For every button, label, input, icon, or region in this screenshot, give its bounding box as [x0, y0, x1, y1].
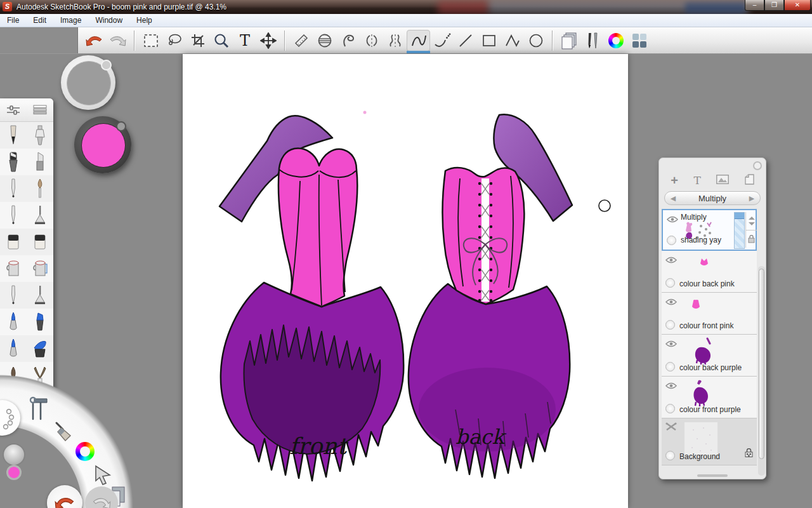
- layers-scrollbar-thumb[interactable]: [759, 269, 764, 459]
- brush-ballpoint-pen[interactable]: [0, 175, 27, 202]
- layer-lock-icon[interactable]: [746, 231, 757, 248]
- ellipse-icon[interactable]: [524, 30, 547, 51]
- blend-mode-selector[interactable]: ◀ Multiply ▶: [664, 191, 761, 205]
- layer-radio[interactable]: [665, 404, 675, 413]
- lagoon-corner-shortcuts: [0, 356, 152, 508]
- visibility-hidden-icon[interactable]: [665, 422, 677, 434]
- visibility-eye-icon[interactable]: [667, 214, 678, 225]
- layers-scrollbar[interactable]: [758, 266, 765, 476]
- drawing-canvas[interactable]: front back: [183, 54, 628, 508]
- visibility-eye-icon[interactable]: [665, 338, 677, 350]
- layer-name: Background: [679, 452, 720, 461]
- layer-radio[interactable]: [665, 451, 675, 460]
- ellipse-guide-icon[interactable]: [313, 30, 336, 51]
- layer-radio[interactable]: [665, 278, 675, 288]
- symmetry-y-icon[interactable]: [383, 30, 407, 51]
- cursor-select-icon[interactable]: [93, 465, 113, 488]
- layer-name: colour front purple: [679, 405, 741, 414]
- layer-radio[interactable]: [665, 320, 675, 330]
- lasso-select-icon[interactable]: [162, 30, 186, 51]
- rectangle-icon[interactable]: [477, 30, 501, 51]
- curve-dots-icon[interactable]: [430, 30, 454, 51]
- layer-row-shading-yay[interactable]: Multiply shading yay: [662, 209, 757, 251]
- menu-edit[interactable]: Edit: [26, 14, 53, 27]
- menu-help[interactable]: Help: [129, 14, 159, 27]
- layer-row-colour-back-purple[interactable]: colour back purple: [662, 335, 757, 377]
- brush-list-icon[interactable]: [27, 98, 53, 121]
- interface-toggle-icon[interactable]: [627, 30, 651, 51]
- panel-pin-icon[interactable]: [753, 161, 762, 170]
- text-tool-icon[interactable]: T: [233, 30, 256, 51]
- minimize-button[interactable]: –: [745, 0, 764, 11]
- puck-icon[interactable]: [3, 443, 25, 466]
- layer-row-background[interactable]: Background: [662, 418, 757, 465]
- brush-paintbrush[interactable]: [27, 175, 53, 202]
- french-curve-icon[interactable]: [336, 30, 360, 51]
- brush-silver-pen[interactable]: [27, 282, 53, 309]
- layer-reorder-icon[interactable]: [746, 212, 757, 231]
- opacity-slider-handle[interactable]: [735, 213, 744, 219]
- menu-image[interactable]: Image: [53, 14, 88, 27]
- brush-chisel-marker[interactable]: [0, 149, 27, 175]
- menu-window[interactable]: Window: [88, 14, 129, 27]
- visibility-eye-icon[interactable]: [665, 297, 677, 308]
- layer-row-colour-back-pink[interactable]: colour back pink: [662, 251, 757, 293]
- zoom-icon[interactable]: [209, 30, 233, 51]
- brush-settings-icon[interactable]: [0, 98, 27, 121]
- close-button[interactable]: ✕: [784, 0, 811, 11]
- color-wheel-icon[interactable]: [604, 30, 627, 51]
- brush-eraser-hard[interactable]: [0, 229, 27, 255]
- symmetry-x-icon[interactable]: [360, 30, 383, 51]
- layer-pages-icon[interactable]: [557, 30, 580, 51]
- tools-hammer-icon[interactable]: [28, 395, 49, 424]
- color-puck[interactable]: [74, 116, 131, 173]
- brush-chisel-tip[interactable]: [27, 149, 53, 175]
- text-layer-icon[interactable]: T: [693, 174, 700, 187]
- brush-puck[interactable]: [61, 55, 115, 110]
- brush-library-icon[interactable]: [580, 30, 604, 51]
- brush-flood-fill[interactable]: [27, 255, 53, 282]
- line-icon[interactable]: [454, 30, 477, 51]
- freehand-curve-icon[interactable]: [407, 30, 430, 51]
- brush-mode-icon[interactable]: [53, 421, 75, 446]
- brush-pencil[interactable]: [0, 122, 27, 149]
- brush-eraser-soft[interactable]: [27, 229, 53, 255]
- undo-icon[interactable]: [82, 30, 106, 51]
- brush-puck-handle[interactable]: [101, 60, 112, 70]
- brush-blue-felt-pen[interactable]: [0, 309, 27, 335]
- stray-paint-dot: [363, 111, 367, 114]
- layer-opacity-slider[interactable]: [734, 212, 745, 249]
- new-layer-icon[interactable]: [745, 174, 754, 187]
- brush-felt-pen[interactable]: [0, 282, 27, 309]
- marking-menu-icon[interactable]: [0, 400, 20, 436]
- image-layer-icon[interactable]: [716, 175, 729, 187]
- redo-icon[interactable]: [106, 30, 129, 51]
- visibility-eye-icon[interactable]: [665, 380, 677, 392]
- layers-resize-handle[interactable]: [697, 474, 728, 477]
- brush-paint-bucket[interactable]: [0, 255, 27, 282]
- brush-airbrush[interactable]: [27, 122, 53, 149]
- move-icon[interactable]: [256, 30, 280, 51]
- layer-row-colour-front-purple[interactable]: colour front purple: [662, 377, 757, 418]
- rect-select-icon[interactable]: [139, 30, 162, 51]
- ruler-icon[interactable]: [289, 30, 313, 51]
- menu-file[interactable]: File: [0, 14, 26, 27]
- brush-fine-liner[interactable]: [0, 202, 27, 229]
- brush-blue-marker[interactable]: [27, 309, 53, 335]
- color-puck-handle[interactable]: [116, 121, 126, 131]
- layer-radio[interactable]: [667, 236, 676, 245]
- background-lock-icon[interactable]: [745, 448, 753, 460]
- layer-radio[interactable]: [665, 362, 675, 371]
- layer-row-colour-front-pink[interactable]: colour front pink: [662, 293, 757, 335]
- lagoon-ring: [0, 356, 152, 508]
- visibility-eye-icon[interactable]: [665, 255, 677, 266]
- color-wheel-icon[interactable]: [75, 442, 95, 461]
- polyline-icon[interactable]: [501, 30, 524, 51]
- current-color-swatch[interactable]: [6, 465, 22, 480]
- brush-nib-pen[interactable]: [27, 202, 53, 229]
- blend-prev-icon[interactable]: ◀: [665, 194, 681, 203]
- blend-next-icon[interactable]: ▶: [743, 194, 760, 203]
- add-layer-icon[interactable]: +: [671, 173, 678, 188]
- crop-icon[interactable]: [186, 30, 209, 51]
- restore-button[interactable]: ❐: [764, 0, 784, 11]
